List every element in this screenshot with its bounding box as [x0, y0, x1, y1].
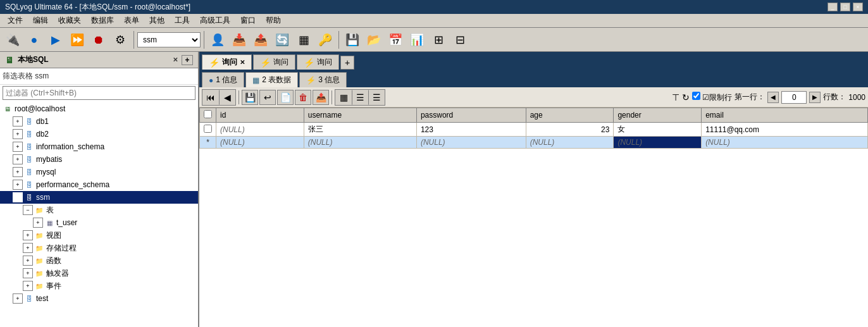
row1-username[interactable]: 张三 — [304, 123, 416, 137]
first-row-btn[interactable]: ⏮ — [202, 90, 219, 105]
menu-edit[interactable]: 编辑 — [28, 14, 53, 27]
fast-forward-button[interactable]: ⏩ — [67, 30, 87, 49]
tree-item-mybatis[interactable]: + 🗄 mybatis — [0, 153, 198, 166]
expand-performance-schema[interactable]: + — [13, 180, 23, 190]
expand-functions[interactable]: + — [23, 256, 33, 266]
restore-button[interactable]: 📂 — [364, 30, 384, 49]
expand-test[interactable]: + — [13, 293, 23, 304]
tree-item-information-schema[interactable]: + 🗄 information_schema — [0, 140, 198, 153]
tree-item-procedures-folder[interactable]: + 📁 存储过程 — [0, 242, 198, 254]
menu-favorites[interactable]: 收藏夹 — [53, 14, 86, 27]
filter-button[interactable]: ⊤ — [672, 92, 679, 102]
query-tab-1-close[interactable]: ✕ — [240, 59, 245, 66]
tree-item-db1[interactable]: + 🗄 db1 — [0, 115, 198, 128]
query-tab-add[interactable]: + — [340, 56, 354, 70]
expand-db1[interactable]: + — [13, 116, 23, 126]
row1-password[interactable]: 123 — [416, 123, 526, 137]
tree-item-functions-folder[interactable]: + 📁 函数 — [0, 254, 198, 267]
settings-button[interactable]: ⚙ — [110, 30, 130, 49]
grid-button[interactable]: ⊞ — [428, 30, 449, 49]
page-next-btn[interactable]: ▶ — [809, 92, 821, 103]
expand-procedures[interactable]: + — [23, 243, 33, 253]
export-button[interactable]: 📤 — [251, 30, 271, 49]
monitor-button[interactable]: 📊 — [407, 30, 427, 49]
minimize-button[interactable]: _ — [828, 3, 838, 11]
export-btn[interactable]: 📤 — [313, 90, 329, 105]
sidebar-tab-add[interactable]: + — [182, 55, 193, 65]
tree-item-events-folder[interactable]: + 📁 事件 — [0, 280, 198, 292]
result-tab-2[interactable]: ▦ 2 表数据 — [245, 72, 298, 87]
connect-button[interactable]: ● — [24, 30, 44, 49]
table-view-button[interactable]: ▦ — [294, 30, 314, 49]
tree-item-performance-schema[interactable]: + 🗄 performance_schema — [0, 178, 198, 191]
backup-button[interactable]: 💾 — [342, 30, 363, 49]
row2-gender[interactable]: (NULL) — [614, 137, 702, 149]
row1-checkbox[interactable] — [200, 123, 216, 137]
tree-item-views-folder[interactable]: + 📁 视图 — [0, 229, 198, 242]
row1-age[interactable]: 23 — [526, 123, 614, 137]
tree-item-mysql[interactable]: + 🗄 mysql — [0, 166, 198, 178]
menu-other[interactable]: 其他 — [144, 14, 170, 27]
delete-btn[interactable]: 🗑 — [295, 90, 311, 105]
discard-btn[interactable]: ↩ — [259, 90, 276, 105]
expand-events[interactable]: + — [23, 281, 33, 291]
grid-view-btn[interactable]: ▦ — [335, 90, 352, 105]
row1-select[interactable] — [204, 125, 212, 133]
menu-advanced-tools[interactable]: 高级工具 — [195, 14, 235, 27]
import-button[interactable]: 📥 — [229, 30, 249, 49]
menu-window[interactable]: 窗口 — [235, 14, 261, 27]
sidebar-tab-close[interactable]: ✕ — [173, 56, 178, 63]
menu-database[interactable]: 数据库 — [86, 14, 119, 27]
select-all-checkbox[interactable] — [204, 110, 212, 118]
tree-item-tables-folder[interactable]: − 📁 表 — [0, 204, 198, 216]
tree-item-root[interactable]: 🖥 root@localhost — [0, 102, 198, 115]
run-button[interactable]: ▶ — [46, 30, 66, 49]
tree-item-t-user[interactable]: + ▦ t_user — [0, 216, 198, 229]
expand-information-schema[interactable]: + — [13, 142, 23, 152]
row2-id[interactable]: (NULL) — [216, 137, 304, 149]
tree-item-ssm[interactable]: − 🗄 ssm — [0, 191, 198, 204]
query-tab-3[interactable]: ⚡ 询问 — [297, 54, 339, 70]
tree-item-test[interactable]: + 🗄 test — [0, 292, 198, 305]
schedule-button[interactable]: 📅 — [385, 30, 406, 49]
menu-tools[interactable]: 工具 — [170, 14, 195, 27]
expand-triggers[interactable]: + — [23, 268, 33, 278]
tree-item-db2[interactable]: + 🗄 db2 — [0, 128, 198, 140]
row1-id[interactable]: (NULL) — [216, 123, 304, 137]
query-tab-2[interactable]: ⚡ 询问 — [253, 54, 295, 70]
row1-gender[interactable]: 女 — [614, 123, 702, 137]
menu-table[interactable]: 表单 — [119, 14, 144, 27]
maximize-button[interactable]: □ — [840, 3, 850, 11]
insert-btn[interactable]: 📄 — [277, 90, 294, 105]
menu-help[interactable]: 帮助 — [261, 14, 286, 27]
first-row-input[interactable]: 0 — [781, 91, 807, 104]
expand-mysql[interactable]: + — [13, 167, 23, 177]
page-prev-btn[interactable]: ◀ — [767, 92, 779, 103]
stop-button[interactable]: ⏺ — [89, 30, 109, 49]
row2-age[interactable]: (NULL) — [526, 137, 614, 149]
expand-ssm[interactable]: − — [13, 192, 23, 202]
text-view-btn[interactable]: ☰ — [368, 90, 385, 105]
close-button[interactable]: × — [853, 3, 863, 11]
form-view-btn[interactable]: ☰ — [352, 90, 368, 105]
result-tab-3[interactable]: ⚡ 3 信息 — [299, 72, 347, 87]
query-tab-1[interactable]: ⚡ 询问 ✕ — [202, 54, 252, 70]
row2-password[interactable]: (NULL) — [416, 137, 526, 149]
save-btn[interactable]: 💾 — [242, 90, 258, 105]
new-connection-button[interactable]: 🔌 — [3, 30, 23, 49]
table-row-new[interactable]: * (NULL) (NULL) (NULL) (NULL) (NULL) (NU… — [200, 137, 868, 149]
limit-checkbox[interactable] — [692, 92, 700, 100]
filter-input[interactable] — [3, 86, 195, 100]
sync-button[interactable]: 🔄 — [272, 30, 292, 49]
result-tab-1[interactable]: ● 1 信息 — [202, 72, 244, 87]
row2-username[interactable]: (NULL) — [304, 137, 416, 149]
refresh-button[interactable]: ↻ — [682, 92, 690, 102]
user-button[interactable]: 👤 — [208, 30, 228, 49]
expand-t-user[interactable]: + — [33, 218, 43, 228]
row2-email[interactable]: (NULL) — [702, 137, 868, 149]
table-row[interactable]: (NULL) 张三 123 23 女 11111@qq.com — [200, 123, 868, 137]
more-button[interactable]: ⊟ — [450, 30, 470, 49]
tree-item-triggers-folder[interactable]: + 📁 触发器 — [0, 267, 198, 280]
menu-file[interactable]: 文件 — [3, 14, 28, 27]
expand-views[interactable]: + — [23, 230, 33, 240]
